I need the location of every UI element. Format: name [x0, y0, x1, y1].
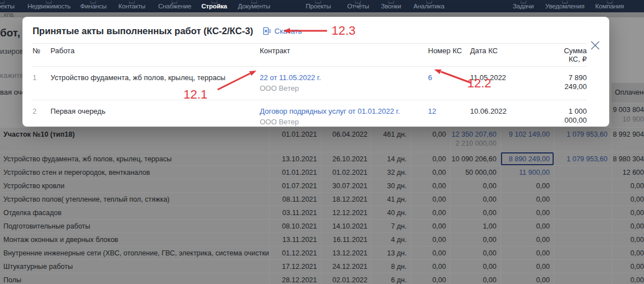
nav-item-10[interactable]: Аналитика — [413, 3, 444, 10]
contract-cell: Договор подрядных услуг от 01.01.2022 г.… — [260, 107, 428, 127]
nav-item-icon — [90, 1, 96, 3]
contract-link[interactable]: 22 от 11.05.2022 г. — [260, 73, 428, 82]
ks-date: 11.05.2022 — [470, 73, 560, 93]
col-work: Работа — [50, 44, 260, 66]
nav-item-icon — [46, 1, 52, 3]
app-screen: ПроектыНедвижимостьФинансыКонтактыСнабже… — [0, 0, 644, 284]
nav-item-4[interactable]: Снабжение — [158, 3, 191, 10]
modal-table-row: 1Устройство фудамента, жб полов, крылец,… — [33, 67, 587, 100]
download-label: Скачать — [274, 27, 302, 35]
modal-header: Принятые акты выполненных работ (КС-2/КС… — [22, 17, 609, 43]
nav-item-icon — [251, 1, 257, 3]
contractor-name: ООО Ветер — [260, 118, 428, 127]
modal-table-row: 2Первая очередьДоговор подрядных услуг о… — [33, 100, 587, 133]
nav-item-5[interactable]: Стройка — [201, 3, 227, 10]
modal-table-header: № Работа Контракт Номер КС Дата КС Сумма… — [33, 43, 587, 67]
ks-sum: 1 000 000,00 — [560, 107, 587, 127]
nav-item-2[interactable]: Финансы — [80, 3, 107, 10]
nav-item-icon — [426, 1, 432, 3]
contract-cell: 22 от 11.05.2022 г.ООО Ветер — [260, 73, 428, 93]
nav-item-icon — [211, 1, 217, 3]
nav-item-icon — [520, 1, 526, 3]
contractor-name: ООО Ветер — [260, 84, 428, 93]
nav-item-icon — [355, 1, 361, 3]
col-number: № — [33, 44, 50, 66]
top-nav: ПроектыНедвижимостьФинансыКонтактыСнабже… — [0, 0, 644, 12]
nav-item-icon — [172, 1, 178, 3]
col-ks-sum: Сумма КС, ₽ — [560, 44, 587, 66]
nav-item-6[interactable]: Документы — [238, 3, 270, 10]
ks-number-link[interactable]: 6 — [428, 73, 470, 93]
nav-item-icon — [388, 1, 394, 3]
ks-sum: 7 890 249,00 — [560, 73, 587, 93]
nav-item-8[interactable]: Отчёты — [347, 3, 369, 10]
excel-download-icon — [263, 27, 272, 35]
row-number: 2 — [33, 107, 50, 127]
work-name: Устройство фудамента, жб полов, крылец, … — [50, 73, 260, 93]
row-number: 1 — [33, 73, 50, 93]
nav-item-0[interactable]: Проекты — [0, 3, 15, 10]
ks-number-link[interactable]: 12 — [428, 107, 470, 127]
nav-item-icon — [562, 1, 568, 3]
nav-item-icon — [0, 1, 5, 3]
work-name: Первая очередь — [50, 107, 260, 127]
nav-item-icon — [315, 1, 321, 3]
nav-item-13[interactable]: Компания — [595, 3, 624, 10]
col-ks-number: Номер КС — [428, 44, 470, 66]
nav-item-9[interactable]: Звонки — [381, 3, 401, 10]
modal-title: Принятые акты выполненных работ (КС-2/КС… — [33, 26, 253, 36]
ks-date: 10.06.2022 — [470, 107, 560, 127]
nav-item-icon — [129, 1, 135, 3]
download-link[interactable]: Скачать — [263, 27, 302, 35]
nav-item-1[interactable]: Недвижимость — [27, 3, 71, 10]
nav-item-3[interactable]: Контакты — [118, 3, 145, 10]
nav-item-12[interactable]: Уведомления — [545, 3, 585, 10]
close-button[interactable] — [589, 39, 601, 52]
nav-item-7[interactable]: Проекты — [306, 3, 331, 10]
col-contract: Контракт — [260, 44, 428, 66]
nav-item-icon — [606, 1, 613, 3]
acts-modal: Принятые акты выполненных работ (КС-2/КС… — [22, 17, 609, 127]
nav-item-11[interactable]: Задачи — [513, 3, 533, 10]
close-icon — [589, 39, 601, 52]
contract-link[interactable]: Договор подрядных услуг от 01.01.2022 г. — [260, 107, 428, 116]
col-ks-date: Дата КС — [470, 44, 560, 66]
